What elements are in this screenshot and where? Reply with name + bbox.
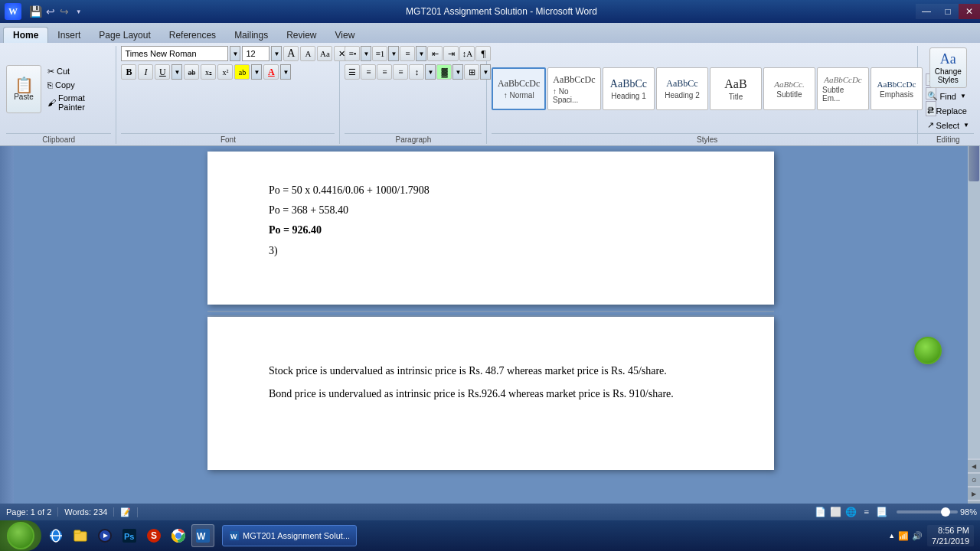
clock-time: 8:56 PM xyxy=(932,525,969,536)
shading-dropdown[interactable]: ▼ xyxy=(452,64,463,80)
format-painter-btn[interactable]: 🖌 Format Painter xyxy=(43,92,111,113)
right-scrollbar[interactable]: ▲ ◀ ⊙ ▶ ▼ xyxy=(968,123,980,514)
change-case-btn[interactable]: Aa xyxy=(317,46,332,61)
paste-btn[interactable]: 📋 Paste xyxy=(6,65,41,113)
style-subtitle[interactable]: AaBbCc. Subtitle xyxy=(763,67,815,110)
style-nospace[interactable]: AaBbCcDc ↑ No Spaci... xyxy=(547,67,601,110)
snagit-icon[interactable]: S xyxy=(142,524,165,547)
tab-insert[interactable]: Insert xyxy=(48,28,90,43)
line-1: Po = 50 x 0.4416/0.06 + 1000/1.7908 xyxy=(269,182,713,199)
superscript-btn[interactable]: x² xyxy=(217,64,233,80)
format-painter-icon: 🖌 xyxy=(47,98,56,107)
change-styles-btn[interactable]: Aa Change Styles xyxy=(923,46,973,90)
find-dropdown[interactable]: ▼ xyxy=(960,93,966,99)
word-taskbar-icon[interactable]: W xyxy=(191,524,214,547)
find-btn[interactable]: 🔍 Find ▼ xyxy=(923,90,971,103)
underline-dropdown[interactable]: ▼ xyxy=(172,64,182,80)
decrease-indent-btn[interactable]: ⇤ xyxy=(427,46,443,61)
style-subtle-emphasis[interactable]: AaBbCcDc Subtle Em... xyxy=(817,67,869,110)
print-layout-view[interactable]: 📄 xyxy=(814,505,828,519)
system-clock[interactable]: 8:56 PM 7/21/2019 xyxy=(927,525,974,547)
underline-btn[interactable]: U xyxy=(155,64,170,80)
font-grow-btn[interactable]: A xyxy=(283,46,299,61)
maximize-btn[interactable]: □ xyxy=(937,4,959,19)
bold-btn[interactable]: B xyxy=(121,64,136,80)
scroll-prev-page[interactable]: ◀ xyxy=(968,460,980,472)
app-name: MGT201 Assignment Solut... xyxy=(243,531,350,540)
style-title[interactable]: AaB Title xyxy=(710,67,762,110)
ie-icon[interactable] xyxy=(44,524,67,547)
tab-page-layout[interactable]: Page Layout xyxy=(90,28,159,43)
font-color-dropdown[interactable]: ▼ xyxy=(280,64,291,80)
page-1-content[interactable]: Po = 50 x 0.4416/0.06 + 1000/1.7908 Po =… xyxy=(269,182,713,260)
highlight-btn[interactable]: ab xyxy=(234,64,250,80)
bullets-btn[interactable]: ≡• xyxy=(345,46,360,61)
zoom-thumb[interactable] xyxy=(941,507,950,517)
style-emphasis[interactable]: AaBbCcDc Emphasis xyxy=(871,67,923,110)
cut-btn[interactable]: ✂ Cut xyxy=(43,65,111,78)
strikethrough-btn[interactable]: ab xyxy=(184,64,199,80)
numbering-btn[interactable]: ≡1 xyxy=(372,46,387,61)
multilevel-btn[interactable]: ≡ xyxy=(400,46,415,61)
quick-save-btn[interactable]: 💾 xyxy=(29,3,42,20)
justify-btn[interactable]: ≡ xyxy=(393,64,408,80)
scrollbar-track[interactable] xyxy=(968,135,980,458)
tab-view[interactable]: View xyxy=(326,28,364,43)
quick-redo-btn[interactable]: ↪ xyxy=(59,3,70,20)
tab-review[interactable]: Review xyxy=(277,28,325,43)
style-heading1[interactable]: AaBbCc Heading 1 xyxy=(603,67,655,110)
subscript-btn[interactable]: x₂ xyxy=(201,64,216,80)
minimize-btn[interactable]: — xyxy=(916,4,937,19)
font-size-dropdown[interactable]: ▼ xyxy=(271,46,282,61)
photoshop-icon[interactable]: Ps xyxy=(118,524,141,547)
font-name-dropdown[interactable]: ▼ xyxy=(230,46,240,61)
multilevel-dropdown[interactable]: ▼ xyxy=(416,46,426,61)
page-2-content[interactable]: Stock price is undervalued as intrinsic … xyxy=(269,363,713,403)
font-size-input[interactable]: 12 xyxy=(242,46,270,61)
font-name-input[interactable]: Times New Roman xyxy=(121,46,228,61)
numbering-dropdown[interactable]: ▼ xyxy=(388,46,399,61)
style-normal[interactable]: AaBbCcDc ↑ Normal xyxy=(492,67,546,110)
style-nospace-name: ↑ No Spaci... xyxy=(553,87,596,104)
borders-btn[interactable]: ⊞ xyxy=(464,64,479,80)
start-button[interactable] xyxy=(0,520,41,551)
taskbar-right: ▲ 📶 🔊 8:56 PM 7/21/2019 xyxy=(882,525,980,547)
font-color-btn[interactable]: A xyxy=(263,64,279,80)
sort-btn[interactable]: ↕A xyxy=(459,46,475,61)
zoom-slider[interactable] xyxy=(897,510,958,514)
increase-indent-btn[interactable]: ⇥ xyxy=(443,46,459,61)
copy-btn[interactable]: ⎘ Copy xyxy=(43,79,111,91)
font-shrink-btn[interactable]: A xyxy=(300,46,315,61)
scroll-next-page[interactable]: ▶ xyxy=(968,487,980,500)
clipboard-group: 📋 Paste ✂ Cut ⎘ Copy 🖌 xyxy=(2,46,116,144)
tray-arrow[interactable]: ▲ xyxy=(888,532,895,540)
close-btn[interactable]: ✕ xyxy=(959,4,980,19)
tab-references[interactable]: References xyxy=(160,28,225,43)
explorer-icon[interactable] xyxy=(69,524,92,547)
scroll-select-browse[interactable]: ⊙ xyxy=(968,474,980,486)
select-dropdown[interactable]: ▼ xyxy=(963,122,969,129)
italic-btn[interactable]: I xyxy=(138,64,153,80)
style-heading2[interactable]: AaBbCc Heading 2 xyxy=(656,67,708,110)
select-btn[interactable]: ↗ Select ▼ xyxy=(923,119,975,132)
full-screen-view[interactable]: ⬜ xyxy=(829,505,843,519)
quick-dropdown-btn[interactable]: ▼ xyxy=(74,3,84,20)
quick-undo-btn[interactable]: ↩ xyxy=(45,3,56,20)
highlight-dropdown[interactable]: ▼ xyxy=(251,64,262,80)
wmp-icon[interactable] xyxy=(93,524,116,547)
tab-home[interactable]: Home xyxy=(3,27,48,43)
word-taskbar-app[interactable]: W MGT201 Assignment Solut... xyxy=(222,525,357,546)
align-center-btn[interactable]: ≡ xyxy=(361,64,376,80)
chrome-icon[interactable] xyxy=(167,524,190,547)
outline-view[interactable]: ≡ xyxy=(860,505,874,519)
line-spacing-btn[interactable]: ↕ xyxy=(409,64,424,80)
draft-view[interactable]: 📃 xyxy=(875,505,889,519)
line-spacing-dropdown[interactable]: ▼ xyxy=(425,64,436,80)
tab-mailings[interactable]: Mailings xyxy=(225,28,277,43)
align-left-btn[interactable]: ☰ xyxy=(345,64,360,80)
align-right-btn[interactable]: ≡ xyxy=(377,64,392,80)
shading-btn[interactable]: ▓ xyxy=(436,64,452,80)
replace-btn[interactable]: ⇄ Replace xyxy=(923,104,972,117)
web-layout-view[interactable]: 🌐 xyxy=(844,505,858,519)
bullets-dropdown[interactable]: ▼ xyxy=(361,46,371,61)
